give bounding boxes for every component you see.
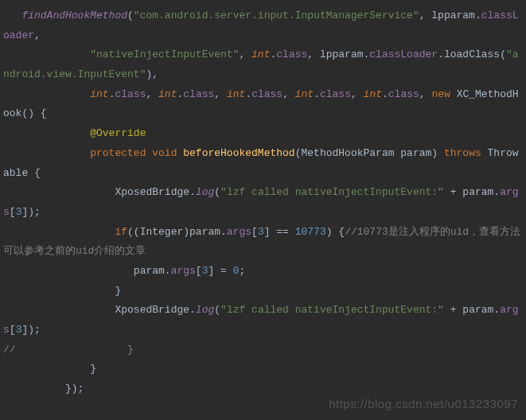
- comment: // }: [3, 344, 134, 356]
- method-call: findAndHookMethod: [21, 10, 127, 21]
- method-name: beforeHookedMethod: [183, 147, 294, 159]
- string-literal: "lzf called nativeInjectInputEvent:": [220, 186, 444, 198]
- annotation: @Override: [90, 127, 146, 139]
- keyword: new: [431, 88, 456, 100]
- code-block: findAndHookMethod("com.android.server.in…: [3, 6, 523, 399]
- string-literal: "nativeInjectInputEvent": [90, 49, 239, 60]
- keyword: int: [251, 49, 270, 60]
- number: 10773: [295, 226, 326, 238]
- method-call: log: [196, 186, 214, 198]
- string-literal: "com.android.server.input.InputManagerSe…: [134, 10, 419, 21]
- keyword: if: [115, 226, 127, 238]
- keyword: protected void: [90, 147, 183, 159]
